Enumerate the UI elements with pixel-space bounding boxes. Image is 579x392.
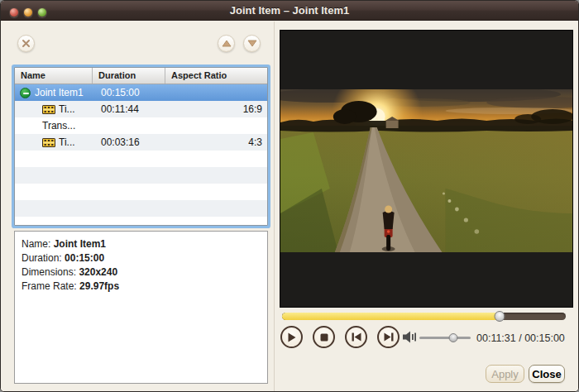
row-duration: 00:11:44 [93, 103, 165, 115]
column-header-name[interactable]: Name [15, 68, 93, 84]
delete-item-button[interactable] [17, 35, 35, 52]
time-display: 00:11:31 / 00:15:00 [476, 332, 565, 344]
seek-bar-fill [282, 313, 500, 320]
row-aspect-ratio: 4:3 [165, 136, 268, 148]
column-header-duration[interactable]: Duration [93, 68, 165, 84]
table-empty-rows [15, 151, 267, 226]
next-button[interactable] [377, 326, 400, 348]
info-line-frame-rate: Frame Rate: 29.97fps [22, 280, 261, 294]
info-line-duration: Duration: 00:15:00 [22, 251, 261, 265]
column-header-aspect-ratio[interactable]: Aspect Ratio [165, 68, 268, 84]
row-name: Ti... [59, 136, 75, 148]
move-up-button[interactable] [218, 35, 235, 52]
close-window-traffic-light[interactable] [9, 7, 19, 17]
arrow-up-icon [222, 40, 232, 47]
stop-icon [320, 333, 328, 342]
volume-icon[interactable] [403, 331, 417, 343]
volume-thumb[interactable] [448, 333, 457, 342]
film-clip-icon [42, 105, 55, 114]
info-line-dimensions: Dimensions: 320x240 [22, 265, 261, 280]
zoom-window-traffic-light[interactable] [37, 7, 47, 17]
table-header: Name Duration Aspect Ratio [15, 68, 267, 84]
previous-icon [352, 332, 361, 342]
collapse-minus-icon[interactable] [20, 88, 31, 98]
play-button[interactable] [280, 326, 303, 348]
play-icon [287, 332, 296, 342]
row-name: Trans... [42, 120, 75, 131]
title-bar: Joint Item – Joint Item1 [1, 1, 578, 21]
table-row-clip-1[interactable]: Ti... 00:11:44 16:9 [15, 101, 267, 117]
x-icon [22, 39, 31, 48]
row-duration: 00:15:00 [93, 87, 165, 98]
table-row-clip-2[interactable]: Ti... 00:03:16 4:3 [15, 134, 267, 151]
video-preview[interactable] [280, 30, 573, 308]
seek-bar[interactable] [282, 313, 566, 320]
move-down-button[interactable] [243, 35, 261, 52]
info-line-name: Name: Joint Item1 [22, 237, 261, 251]
arrow-down-icon [247, 40, 257, 47]
row-name: Joint Item1 [35, 87, 84, 98]
table-row-transition[interactable]: Trans... [15, 117, 267, 134]
film-clip-icon [42, 138, 55, 147]
item-info-panel: Name: Joint Item1 Duration: 00:15:00 Dim… [14, 231, 268, 384]
dialog-content: Name Duration Aspect Ratio Joint Item1 0… [1, 22, 578, 391]
table-row-joint-item[interactable]: Joint Item1 00:15:00 [15, 84, 267, 101]
row-name: Ti... [59, 103, 75, 115]
window-title: Joint Item – Joint Item1 [230, 4, 349, 17]
volume-slider[interactable] [419, 337, 471, 339]
next-icon [384, 332, 394, 342]
close-button[interactable]: Close [529, 365, 565, 383]
row-aspect-ratio: 16:9 [165, 103, 268, 115]
row-duration: 00:03:16 [93, 136, 165, 148]
minimize-window-traffic-light[interactable] [23, 7, 33, 17]
seek-thumb[interactable] [495, 311, 505, 322]
panel-divider [274, 22, 275, 391]
previous-button[interactable] [345, 326, 367, 348]
joint-item-dialog: Joint Item – Joint Item1 Name Duration A… [0, 0, 579, 392]
video-frame-sunset-road [280, 89, 573, 252]
clip-table: Name Duration Aspect Ratio Joint Item1 0… [14, 67, 268, 226]
stop-button[interactable] [313, 326, 335, 348]
apply-button[interactable]: Apply [486, 365, 524, 383]
